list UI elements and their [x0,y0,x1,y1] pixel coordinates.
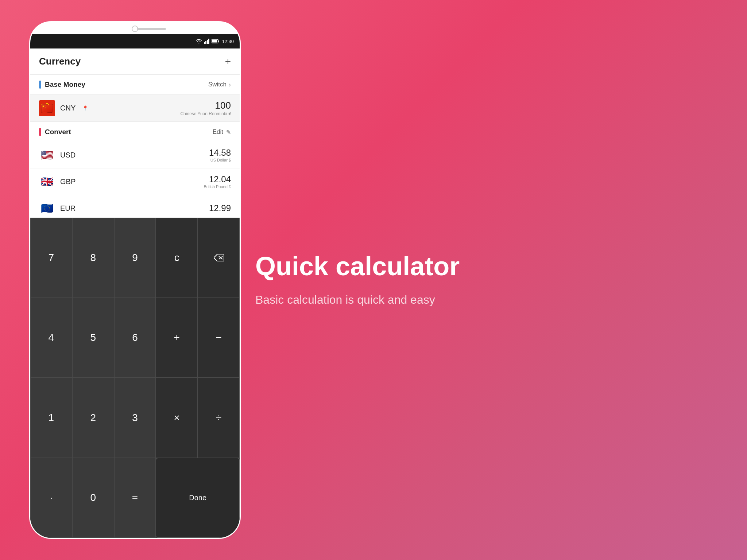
svg-rect-5 [218,40,220,42]
app-content: Currency + Base Money Switch › [30,48,240,538]
switch-button[interactable]: Switch › [208,81,231,89]
cny-name: Chinese Yuan Renminbi ¥ [180,111,231,116]
svg-rect-1 [205,41,206,44]
key-decimal[interactable]: · [30,458,72,538]
usd-name: US Dollar $ [209,158,231,162]
usd-code: USD [60,151,76,159]
base-currency-left: 🇨🇳 CNY 📍 [39,100,88,116]
key-plus[interactable]: + [156,298,198,378]
gbp-right: 12.04 British Pound £ [204,174,231,189]
pin-icon: 📍 [82,105,88,111]
eur-code: EUR [60,204,76,213]
key-done[interactable]: Done [156,458,240,538]
app-title: Currency [39,56,81,67]
base-money-section: Base Money Switch › [30,75,240,94]
battery-icon [212,39,220,43]
flag-gbp: 🇬🇧 [39,174,55,190]
flag-usd: 🇺🇸 [39,147,55,163]
cny-amount: 100 [180,100,231,111]
backspace-icon [214,254,224,261]
gbp-left: 🇬🇧 GBP [39,174,76,190]
key-4[interactable]: 4 [30,298,72,378]
eur-row[interactable]: 🇪🇺 EUR 12.99 [30,195,240,218]
base-money-indicator [39,81,41,89]
status-bar: 12:30 [30,34,240,48]
gbp-amount: 12.04 [204,174,231,184]
add-currency-button[interactable]: + [225,57,231,67]
key-backspace[interactable] [198,218,240,298]
base-currency-right: 100 Chinese Yuan Renminbi ¥ [180,100,231,116]
svg-rect-6 [212,40,217,43]
calculator-keyboard: 7 8 9 c 4 5 6 + − 1 2 [30,218,240,538]
key-1[interactable]: 1 [30,378,72,458]
key-divide[interactable]: ÷ [198,378,240,458]
usd-row[interactable]: 🇺🇸 USD 14.58 US Dollar $ [30,142,240,168]
promo-tagline: Quick calculator [255,252,511,281]
phone-top-bar [30,22,240,34]
promo-subtitle: Basic calculation is quick and easy [255,292,511,308]
wifi-icon [196,39,202,44]
key-2[interactable]: 2 [72,378,114,458]
key-equals[interactable]: = [114,458,156,538]
promo-content: Quick calculator Basic calculation is qu… [255,252,511,308]
key-0[interactable]: 0 [72,458,114,538]
edit-label: Edit [213,128,223,136]
usd-left: 🇺🇸 USD [39,147,76,163]
flag-eur: 🇪🇺 [39,200,55,216]
key-5[interactable]: 5 [72,298,114,378]
app-header: Currency + [30,48,240,75]
status-icons [196,39,220,44]
usd-amount: 14.58 [209,148,231,158]
edit-button[interactable]: Edit ✎ [213,128,231,136]
gbp-name: British Pound £ [204,184,231,189]
flag-cny: 🇨🇳 [39,100,55,116]
key-minus[interactable]: − [198,298,240,378]
key-9[interactable]: 9 [114,218,156,298]
key-3[interactable]: 3 [114,378,156,458]
signal-icon [204,39,210,44]
chevron-right-icon: › [229,81,231,89]
eur-amount: 12.99 [209,203,231,213]
usd-right: 14.58 US Dollar $ [209,148,231,162]
base-money-text: Base Money [45,81,85,89]
convert-text: Convert [45,128,71,136]
svg-rect-0 [204,42,205,44]
key-8[interactable]: 8 [72,218,114,298]
cny-code: CNY [60,104,76,112]
svg-marker-13 [214,254,224,261]
speaker-icon [137,28,166,30]
convert-section: Convert Edit ✎ [30,122,240,142]
phone-container: 12:30 Currency + Base Money Switch › [29,21,241,539]
svg-rect-3 [208,39,209,44]
base-money-label: Base Money [39,81,85,89]
switch-label: Switch [208,81,227,88]
gbp-row[interactable]: 🇬🇧 GBP 12.04 British Pound £ [30,168,240,195]
key-clear[interactable]: c [156,218,198,298]
edit-icon: ✎ [226,129,231,136]
convert-indicator [39,128,41,136]
convert-label: Convert [39,128,71,136]
phone-frame: 12:30 Currency + Base Money Switch › [29,21,241,539]
key-6[interactable]: 6 [114,298,156,378]
gbp-code: GBP [60,178,76,186]
eur-left: 🇪🇺 EUR [39,200,76,216]
svg-rect-2 [207,40,208,44]
key-multiply[interactable]: × [156,378,198,458]
base-currency-row[interactable]: 🇨🇳 CNY 📍 100 Chinese Yuan Renminbi ¥ [30,94,240,122]
key-7[interactable]: 7 [30,218,72,298]
eur-right: 12.99 [209,203,231,213]
status-time: 12:30 [222,39,234,44]
